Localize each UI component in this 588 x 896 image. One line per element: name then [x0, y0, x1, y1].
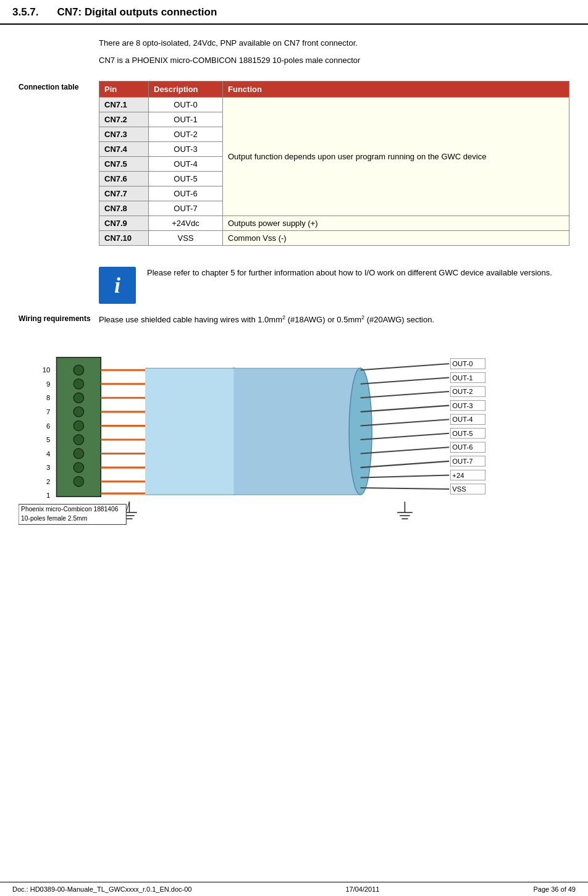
intro-paragraph2: CN7 is a PHOENIX micro-COMBICON 1881529 …: [99, 54, 569, 67]
svg-line-32: [361, 447, 450, 453]
pin-cell: CN7.10: [99, 231, 149, 246]
col-function: Function: [223, 82, 569, 98]
wiring-text: Please use shielded cable having wires w…: [99, 314, 569, 326]
svg-point-2: [74, 379, 83, 388]
pin-number-3: 3: [46, 464, 50, 471]
svg-point-8: [74, 463, 83, 472]
pin-cell: CN7.2: [99, 112, 149, 127]
col-description: Description: [149, 82, 223, 98]
pin-number-2: 2: [46, 478, 50, 485]
pin-number-5: 5: [46, 436, 50, 443]
svg-line-29: [361, 405, 450, 411]
info-section: i Please refer to chapter 5 for further …: [19, 267, 569, 304]
connector-label2: 10-poles female 2.5mm: [21, 515, 87, 522]
desc-cell: OUT-4: [149, 157, 223, 172]
out-label-5: OUT-5: [452, 430, 472, 437]
svg-line-28: [361, 391, 450, 398]
out-label-24: +24: [452, 471, 464, 479]
connection-table-area: Pin Description Function CN7.1 OUT-0 Out…: [99, 81, 569, 246]
section-title: CN7: Digital outputs connection: [57, 6, 217, 19]
section-number: 3.5.7.: [12, 6, 39, 19]
out-label-2: OUT-2: [452, 388, 472, 395]
out-label-vss: VSS: [452, 485, 466, 493]
out-label-6: OUT-6: [452, 443, 472, 451]
svg-line-30: [361, 419, 450, 425]
page-header: 3.5.7. CN7: Digital outputs connection: [0, 0, 588, 25]
desc-cell: OUT-0: [149, 98, 223, 112]
out-label-7: OUT-7: [452, 458, 472, 465]
pin-cell: CN7.1: [99, 98, 149, 112]
svg-point-6: [74, 435, 83, 445]
svg-point-1: [74, 365, 83, 375]
svg-line-35: [361, 488, 450, 489]
pin-number-10: 10: [43, 366, 51, 374]
pin-cell: CN7.5: [99, 157, 149, 172]
svg-point-25: [349, 368, 372, 495]
svg-line-26: [361, 364, 450, 370]
wiring-section: Wiring requirements Please use shielded …: [19, 314, 569, 326]
pin-number-7: 7: [46, 408, 50, 416]
connection-table: Pin Description Function CN7.1 OUT-0 Out…: [99, 81, 569, 246]
footer-page: Page 36 of 49: [533, 886, 576, 893]
intro-section: There are 8 opto-isolated, 24Vdc, PNP av…: [19, 37, 569, 71]
svg-point-3: [74, 393, 83, 403]
svg-rect-22: [234, 368, 361, 495]
pin-cell: CN7.9: [99, 216, 149, 231]
table-row: CN7.1 OUT-0 Output function depends upon…: [99, 98, 569, 112]
svg-point-9: [74, 476, 83, 486]
info-text: Please refer to chapter 5 for further in…: [147, 267, 569, 279]
col-pin: Pin: [99, 82, 149, 98]
out-label-4: OUT-4: [452, 416, 472, 423]
connection-table-section: Connection table Pin Description Functio…: [19, 81, 569, 246]
pin-number-8: 8: [46, 394, 50, 401]
pin-cell: CN7.8: [99, 201, 149, 216]
func-cell: Outputs power supply (+): [223, 216, 569, 231]
desc-cell: OUT-3: [149, 142, 223, 157]
svg-rect-21: [145, 368, 234, 495]
pin-cell: CN7.6: [99, 172, 149, 186]
diagram-area: 10 9 8 7 6 5 4 3 2 1: [19, 341, 569, 538]
svg-line-27: [361, 377, 450, 383]
svg-line-34: [361, 475, 450, 477]
svg-point-7: [74, 448, 83, 458]
desc-cell: OUT-5: [149, 172, 223, 186]
desc-cell: OUT-1: [149, 112, 223, 127]
pin-cell: CN7.7: [99, 186, 149, 201]
main-content: There are 8 opto-isolated, 24Vdc, PNP av…: [0, 25, 588, 551]
info-icon-box: i: [99, 267, 136, 304]
connector-label1: Phoenix micro-Combicon 1881406: [21, 506, 119, 513]
pin-number-9: 9: [46, 380, 50, 388]
svg-line-33: [361, 461, 450, 467]
pin-number-6: 6: [46, 422, 50, 429]
footer-doc: Doc.: HD0389-00-Manuale_TL_GWCxxxx_r.0.1…: [12, 886, 191, 893]
svg-line-31: [361, 433, 450, 440]
desc-cell: +24Vdc: [149, 216, 223, 231]
pin-number-4: 4: [46, 450, 50, 457]
page-footer: Doc.: HD0389-00-Manuale_TL_GWCxxxx_r.0.1…: [0, 882, 588, 896]
desc-cell: OUT-6: [149, 186, 223, 201]
intro-paragraph1: There are 8 opto-isolated, 24Vdc, PNP av…: [99, 37, 569, 49]
func-cell: Common Vss (-): [223, 231, 569, 246]
table-row: CN7.10 VSS Common Vss (-): [99, 231, 569, 246]
desc-cell: OUT-2: [149, 127, 223, 142]
info-icon: i: [114, 274, 120, 296]
out-label-0: OUT-0: [452, 360, 472, 367]
out-label-3: OUT-3: [452, 402, 472, 409]
footer-date: 17/04/2011: [345, 886, 379, 893]
svg-point-5: [74, 421, 83, 430]
pin-cell: CN7.3: [99, 127, 149, 142]
svg-point-4: [74, 407, 83, 417]
pin-cell: CN7.4: [99, 142, 149, 157]
pin-number-1: 1: [46, 492, 50, 499]
wiring-label: Wiring requirements: [19, 314, 99, 326]
func-cell-rowspan: Output function depends upon user progra…: [223, 98, 569, 216]
table-row: CN7.9 +24Vdc Outputs power supply (+): [99, 216, 569, 231]
desc-cell: VSS: [149, 231, 223, 246]
connection-table-label: Connection table: [19, 81, 99, 246]
desc-cell: OUT-7: [149, 201, 223, 216]
out-label-1: OUT-1: [452, 374, 472, 381]
wiring-diagram: 10 9 8 7 6 5 4 3 2 1: [19, 341, 569, 538]
